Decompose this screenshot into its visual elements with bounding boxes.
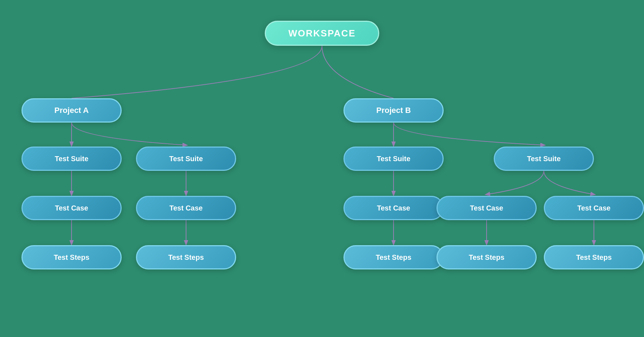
case-1-node: Test Case (21, 196, 122, 220)
suite-1-node: Test Suite (21, 147, 122, 171)
suite-2-node: Test Suite (136, 147, 236, 171)
steps-1-node: Test Steps (21, 245, 122, 269)
steps-2-node: Test Steps (136, 245, 236, 269)
case-5-node: Test Case (544, 196, 644, 220)
steps-4-node: Test Steps (436, 245, 537, 269)
project-a-node: Project A (21, 98, 122, 123)
project-b-node: Project B (343, 98, 444, 123)
workspace-node: WORKSPACE (265, 21, 379, 46)
case-2-node: Test Case (136, 196, 236, 220)
case-3-node: Test Case (343, 196, 444, 220)
steps-3-node: Test Steps (343, 245, 444, 269)
steps-5-node: Test Steps (544, 245, 644, 269)
suite-3-node: Test Suite (343, 147, 444, 171)
case-4-node: Test Case (436, 196, 537, 220)
diagram: WORKSPACE Project A Project B Test Suite… (0, 0, 644, 337)
suite-4-node: Test Suite (494, 147, 594, 171)
